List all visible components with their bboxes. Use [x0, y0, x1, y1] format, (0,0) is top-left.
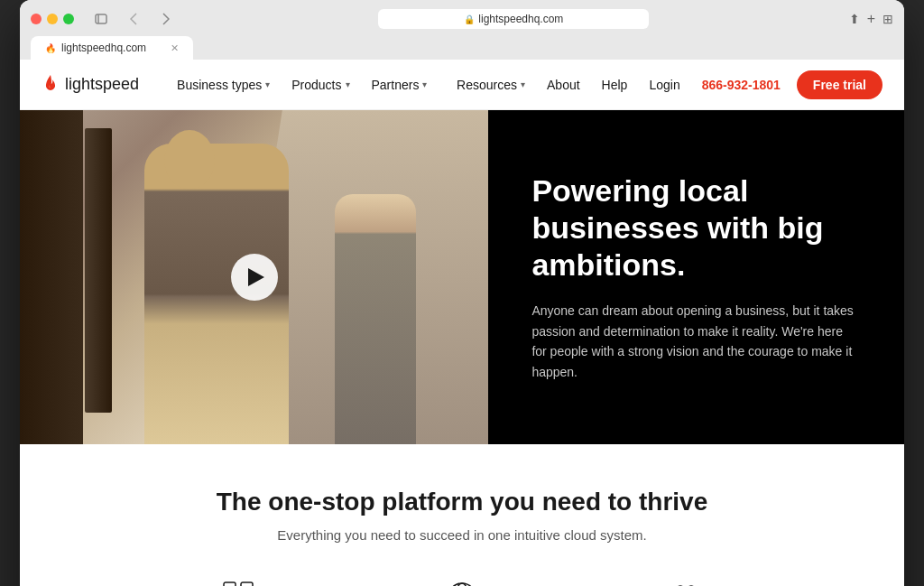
nav-help[interactable]: Help: [593, 72, 637, 98]
nav-phone[interactable]: 866-932-1801: [693, 72, 790, 98]
browser-right-controls: ⬆ + ⊞: [849, 11, 893, 27]
browser-tab[interactable]: 🔥 lightspeedhq.com ✕: [31, 36, 193, 60]
grid-icon: [220, 579, 256, 586]
address-bar-container: 🔒 lightspeedhq.com: [186, 9, 842, 29]
tab-bar: 🔥 lightspeedhq.com ✕: [31, 36, 893, 60]
navbar: lightspeed Business types ▾ Products ▾ P…: [20, 60, 904, 110]
hero-section: Powering local businesses with big ambit…: [20, 110, 904, 444]
browser-titlebar: 🔒 lightspeedhq.com ⬆ + ⊞: [31, 9, 893, 29]
features-grid: Simplify complex operations Scale and gr…: [137, 579, 787, 586]
nav-about[interactable]: About: [538, 72, 589, 98]
browser-controls: [88, 10, 179, 28]
nav-login[interactable]: Login: [640, 72, 688, 98]
chevron-down-icon: ▾: [346, 79, 350, 89]
tab-favicon: 🔥: [45, 43, 56, 53]
logo[interactable]: lightspeed: [42, 75, 139, 95]
play-button[interactable]: [231, 254, 278, 301]
features-title: The one-stop platform you need to thrive: [56, 488, 868, 516]
nav-resources[interactable]: Resources ▾: [448, 72, 534, 98]
svg-rect-3: [241, 582, 253, 586]
lock-icon: 🔒: [464, 14, 475, 24]
hero-description: Anyone can dream about opening a busines…: [531, 301, 861, 382]
browser-chrome: 🔒 lightspeedhq.com ⬆ + ⊞ 🔥 lightspeedhq.…: [20, 0, 904, 60]
play-icon: [248, 268, 264, 286]
traffic-lights: [31, 14, 74, 24]
maximize-button[interactable]: [63, 14, 74, 24]
hero-image: [20, 110, 488, 444]
nav-right: Resources ▾ About Help Login 866-932-180…: [448, 70, 882, 99]
browser-window: 🔒 lightspeedhq.com ⬆ + ⊞ 🔥 lightspeedhq.…: [20, 0, 904, 586]
grid-view-icon[interactable]: ⊞: [882, 12, 893, 26]
chevron-down-icon: ▾: [422, 79, 427, 89]
tab-title: lightspeedhq.com: [61, 42, 146, 54]
sidebar-toggle-button[interactable]: [88, 10, 114, 28]
chevron-down-icon: ▾: [265, 79, 270, 89]
back-button[interactable]: [121, 10, 146, 28]
nav-business-types[interactable]: Business types ▾: [168, 72, 279, 98]
people-icon: [668, 579, 704, 586]
new-tab-icon[interactable]: +: [867, 11, 875, 27]
minimize-button[interactable]: [47, 14, 58, 24]
features-subtitle: Everything you need to succeed in one in…: [56, 527, 868, 543]
url-text: lightspeedhq.com: [478, 13, 563, 25]
nav-partners[interactable]: Partners ▾: [363, 72, 437, 98]
free-trial-button[interactable]: Free trial: [797, 70, 882, 99]
flame-icon: [42, 75, 60, 95]
tab-close-button[interactable]: ✕: [171, 42, 179, 54]
globe-icon: [444, 579, 480, 586]
hero-content: Powering local businesses with big ambit…: [488, 110, 904, 444]
features-section: The one-stop platform you need to thrive…: [20, 444, 904, 586]
feature-scale: Scale and grow your business: [361, 579, 563, 586]
nav-left: Business types ▾ Products ▾ Partners ▾: [168, 72, 436, 98]
feature-simplify: Simplify complex operations: [137, 579, 339, 586]
close-button[interactable]: [31, 14, 42, 24]
website-content: lightspeed Business types ▾ Products ▾ P…: [20, 60, 904, 586]
chevron-down-icon: ▾: [521, 79, 525, 89]
feature-customer: Provide exceptional customer: [585, 579, 787, 586]
svg-rect-0: [96, 14, 106, 23]
hero-headline: Powering local businesses with big ambit…: [531, 172, 861, 283]
address-bar[interactable]: 🔒 lightspeedhq.com: [378, 9, 649, 29]
share-icon[interactable]: ⬆: [849, 12, 860, 26]
forward-button[interactable]: [153, 10, 179, 28]
nav-products[interactable]: Products ▾: [282, 72, 358, 98]
logo-text: lightspeed: [65, 75, 139, 94]
svg-rect-2: [224, 582, 236, 586]
